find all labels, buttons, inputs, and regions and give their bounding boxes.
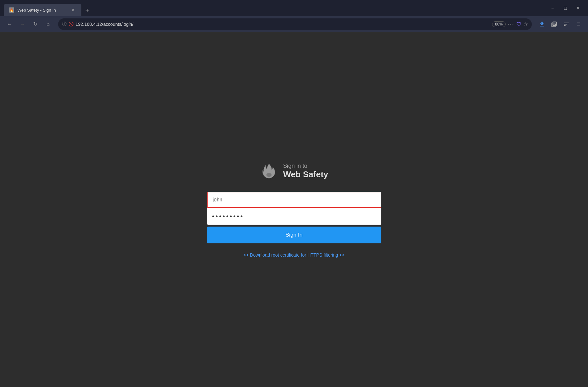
pocket-icon[interactable]: 🛡 [516, 21, 521, 27]
close-button[interactable]: ✕ [573, 2, 584, 14]
login-container: Sign in to Web Safety Sign In >> Downloa… [207, 162, 381, 258]
reload-button[interactable]: ↻ [30, 19, 41, 30]
tab-favicon: 🔥 [9, 7, 14, 13]
tab-title: Web Safety - Sign In [17, 8, 56, 13]
address-text: 192.168.4.12/accounts/login/ [76, 22, 490, 27]
window-controls: − □ ✕ [547, 2, 584, 14]
menu-icon[interactable]: ≡ [573, 19, 584, 30]
forward-button[interactable]: → [17, 19, 28, 30]
password-input[interactable] [207, 208, 381, 225]
login-form [207, 192, 381, 225]
home-button[interactable]: ⌂ [43, 19, 54, 30]
minimize-button[interactable]: − [547, 2, 558, 14]
svg-point-0 [266, 173, 272, 177]
signin-button[interactable]: Sign In [207, 227, 381, 243]
titlebar: 🔥 Web Safety - Sign In ✕ + − □ ✕ [0, 0, 588, 16]
app-logo-area: Sign in to Web Safety [260, 162, 328, 180]
username-input[interactable] [207, 192, 381, 208]
sidebar-icon[interactable] [561, 19, 572, 30]
nav-right-icons: ≡ [536, 19, 584, 30]
info-icon: ⓘ [62, 21, 67, 27]
page-content: Sign in to Web Safety Sign In >> Downloa… [0, 32, 588, 387]
active-tab[interactable]: 🔥 Web Safety - Sign In ✕ [4, 4, 81, 16]
back-button[interactable]: ← [4, 19, 15, 30]
app-title-area: Sign in to Web Safety [283, 163, 328, 179]
app-name-label: Web Safety [283, 169, 328, 179]
sign-in-to-label: Sign in to [283, 163, 328, 169]
tab-close-button[interactable]: ✕ [70, 7, 76, 13]
maximize-button[interactable]: □ [560, 2, 571, 14]
navbar: ← → ↻ ⌂ ⓘ 🚫 192.168.4.12/accounts/login/… [0, 16, 588, 32]
security-icon: 🚫 [68, 22, 74, 26]
flame-icon [260, 162, 278, 180]
download-icon[interactable] [536, 19, 547, 30]
bookmark-icon[interactable]: ☆ [523, 21, 528, 27]
download-cert-link[interactable]: >> Download root certificate for HTTPS f… [243, 252, 345, 258]
library-icon[interactable] [549, 19, 560, 30]
more-options-button[interactable]: ··· [508, 21, 514, 27]
address-bar[interactable]: ⓘ 🚫 192.168.4.12/accounts/login/ 80% ···… [58, 18, 532, 30]
zoom-badge[interactable]: 80% [492, 21, 506, 27]
tab-bar: 🔥 Web Safety - Sign In ✕ + [4, 0, 542, 16]
new-tab-button[interactable]: + [81, 5, 93, 16]
